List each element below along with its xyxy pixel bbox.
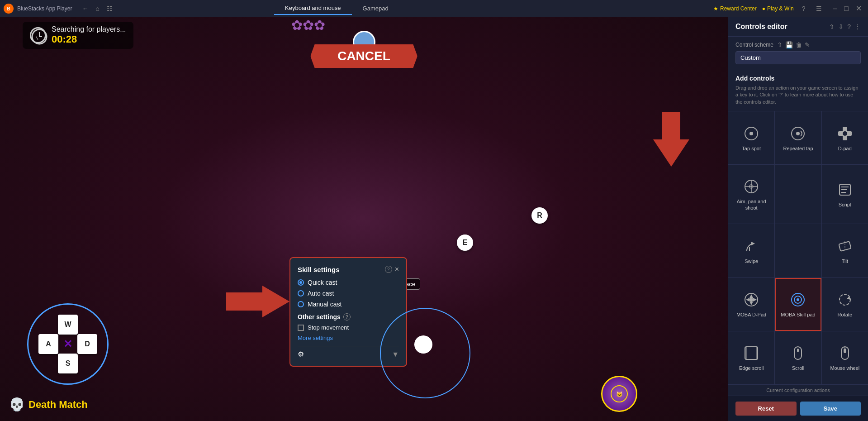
svg-rect-37 <box>745 347 747 359</box>
control-scroll[interactable]: Scroll <box>775 331 821 384</box>
tab-gamepad[interactable]: Gamepad <box>352 2 399 15</box>
download-icon[interactable]: ⇩ <box>838 23 844 30</box>
control-tilt-spacer <box>775 224 821 277</box>
game-scene: ✿✿✿ Searching for players... 00:28 CANCE… <box>0 17 728 421</box>
apps-button[interactable]: ☷ <box>104 4 115 13</box>
svg-marker-28 <box>749 301 753 305</box>
control-script[interactable]: Script <box>822 165 868 224</box>
scroll-label: Scroll <box>792 365 805 371</box>
scheme-share-icon[interactable]: ⇧ <box>777 41 783 48</box>
svg-point-34 <box>797 298 799 301</box>
tab-bar: Keyboard and mouse Gamepad <box>274 2 399 15</box>
stop-movement-cb-box <box>298 325 304 331</box>
control-edge-scroll[interactable]: Edge scroll <box>728 331 774 384</box>
searching-text: Searching for players... <box>52 25 126 33</box>
radio-dot-auto-cast <box>298 290 304 297</box>
scheme-select[interactable]: Custom <box>735 51 861 64</box>
control-swipe[interactable]: Swipe <box>728 224 774 277</box>
maximize-button[interactable]: □ <box>841 3 851 14</box>
add-controls-title: Add controls <box>735 75 861 82</box>
control-tap-spot[interactable]: Tap spot <box>728 111 774 164</box>
play-win-btn[interactable]: ● Play & Win <box>762 5 794 12</box>
radio-manual-cast[interactable]: Manual cast <box>298 301 399 308</box>
help-icon[interactable]: ? <box>799 4 808 13</box>
title-bar: B BlueStacks App Player ← ⌂ ☷ Keyboard a… <box>0 0 868 17</box>
radio-quick-cast[interactable]: Quick cast <box>298 279 399 286</box>
scheme-edit-icon[interactable]: ✎ <box>805 41 810 48</box>
wasd-overlay: W A S D ✕ <box>27 303 109 385</box>
panel-help-icon[interactable]: ? <box>847 23 851 30</box>
control-moba-dpad[interactable]: MOBA D-Pad <box>728 278 774 331</box>
moba-dpad-icon <box>742 291 760 309</box>
close-button[interactable]: ✕ <box>853 3 864 14</box>
home-button[interactable]: ⌂ <box>93 4 102 13</box>
reset-button[interactable]: Reset <box>735 402 797 416</box>
cancel-button[interactable]: CANCEL <box>310 44 417 68</box>
back-button[interactable]: ← <box>79 4 91 13</box>
save-button[interactable]: Save <box>800 402 861 416</box>
svg-marker-29 <box>746 298 749 301</box>
skill-circle <box>380 308 470 398</box>
rotate-label: Rotate <box>838 311 852 318</box>
other-settings-help-icon[interactable]: ? <box>343 313 351 321</box>
moba-skill-pad-label: MOBA Skill pad <box>781 311 815 318</box>
svg-marker-27 <box>749 294 753 298</box>
flowers-decoration: ✿✿✿ <box>291 17 325 33</box>
settings-gear-icon[interactable]: ⚙ <box>298 350 304 359</box>
moba-dpad-label: MOBA D-Pad <box>736 311 766 318</box>
radio-dot-manual-cast <box>298 301 304 307</box>
control-scheme-row: Control scheme ⇧ 💾 🗑 ✎ Custom <box>728 37 868 69</box>
swipe-label: Swipe <box>745 258 758 264</box>
skill-popup-title: Skill settings <box>298 266 340 273</box>
controls-grid: Tap spot Repeated tap D-pad <box>728 111 868 384</box>
swipe-icon <box>742 237 760 255</box>
control-repeated-tap[interactable]: Repeated tap <box>775 111 821 164</box>
menu-icon[interactable]: ☰ <box>813 4 825 13</box>
control-mouse-wheel[interactable]: Mouse wheel <box>822 331 868 384</box>
tap-spot-label: Tap spot <box>742 145 761 152</box>
upload-icon[interactable]: ⇧ <box>829 23 835 30</box>
key-e-overlay[interactable]: E <box>457 234 473 251</box>
edge-scroll-icon <box>742 344 760 362</box>
control-moba-skill-pad[interactable]: MOBA Skill pad <box>775 278 821 331</box>
skill-popup-close[interactable]: × <box>395 265 399 273</box>
scheme-save-icon[interactable]: 💾 <box>785 41 793 48</box>
svg-rect-36 <box>745 347 758 359</box>
key-w[interactable]: W <box>58 315 78 335</box>
reward-center-btn[interactable]: ★ Reward Center <box>713 5 757 12</box>
key-s[interactable]: S <box>58 354 78 373</box>
searching-text-container: Searching for players... 00:28 <box>52 25 126 45</box>
window-controls: – □ ✕ <box>830 3 864 14</box>
skill-dot <box>414 335 432 354</box>
tilt-icon <box>836 237 854 255</box>
edge-scroll-label: Edge scroll <box>739 365 764 371</box>
control-arrow-area <box>775 165 821 224</box>
minimize-button[interactable]: – <box>830 3 840 14</box>
add-controls-desc: Drag and drop an action on your game scr… <box>735 85 861 105</box>
control-tilt[interactable]: Tilt <box>822 224 868 277</box>
svg-rect-38 <box>756 347 758 359</box>
app-name: BlueStacks App Player <box>17 5 72 12</box>
bottom-actions: Reset Save <box>728 396 868 421</box>
skill-help-icon[interactable]: ? <box>385 266 392 273</box>
tilt-label: Tilt <box>842 258 848 264</box>
panel-more-icon[interactable]: ⋮ <box>854 23 861 30</box>
control-rotate[interactable]: Rotate <box>822 278 868 331</box>
moba-skill-pad-icon <box>789 291 807 309</box>
scroll-icon <box>789 344 807 362</box>
control-dpad[interactable]: D-pad <box>822 111 868 164</box>
nav-buttons: ← ⌂ ☷ <box>79 4 115 13</box>
svg-text:🐱: 🐱 <box>616 391 623 397</box>
repeated-tap-label: Repeated tap <box>783 145 813 152</box>
key-d[interactable]: D <box>77 334 97 354</box>
key-r-overlay[interactable]: R <box>531 207 548 224</box>
dpad-icon <box>836 124 854 143</box>
control-aim-pan-shoot[interactable]: Aim, pan and shoot <box>728 165 774 224</box>
tab-keyboard-mouse[interactable]: Keyboard and mouse <box>274 2 352 15</box>
skill-radio-group: Quick cast Auto cast Manual cast <box>298 279 399 308</box>
radio-auto-cast[interactable]: Auto cast <box>298 290 399 297</box>
controls-panel-icons: ⇧ ⇩ ? ⋮ <box>829 23 861 30</box>
scheme-delete-icon[interactable]: 🗑 <box>796 41 802 48</box>
aim-pan-shoot-label: Aim, pan and shoot <box>733 198 770 211</box>
key-a[interactable]: A <box>38 334 58 354</box>
